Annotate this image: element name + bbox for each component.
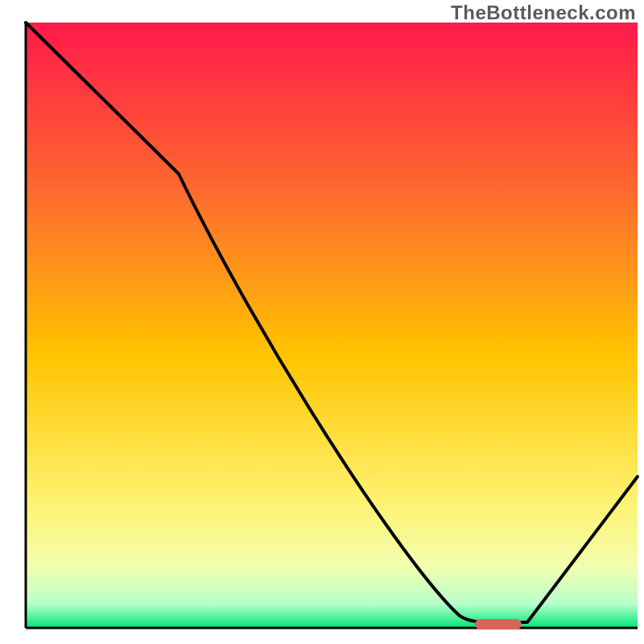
bottleneck-chart (0, 0, 644, 644)
chart-container: TheBottleneck.com (0, 0, 644, 644)
optimal-marker (475, 619, 522, 630)
plot-area (26, 23, 638, 630)
watermark-text: TheBottleneck.com (451, 2, 636, 24)
